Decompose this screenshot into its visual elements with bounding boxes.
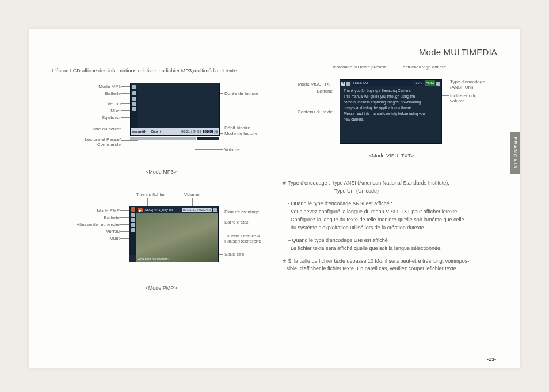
txt-line-1: This manual will guide you through using… <box>344 94 438 99</box>
language-tab: FRANÇAIS <box>510 132 520 174</box>
pmp-subtitle: Who bent my camera? <box>138 257 217 260</box>
label-pmp-batterie: Batterie <box>104 215 120 220</box>
mp3-time: 00:21 / 04:56 <box>181 130 201 133</box>
txt-line-5: new camera. <box>344 117 438 122</box>
label-verrou: Verrou <box>107 101 121 106</box>
eq-icon <box>132 107 136 111</box>
txt-diagram: Indication du texte présent actuelle/Pag… <box>282 64 501 162</box>
mp3-bitrate: 192K <box>203 130 213 133</box>
note1-prefix: ※ Type d'encodage : <box>282 180 330 186</box>
label-mode-lecture: Mode de lecture <box>224 131 257 136</box>
label-debit: Débit binaire <box>224 125 250 130</box>
txt-line-0: Thank you for buying a Samsung Camera. <box>344 88 438 94</box>
note1-l2: Type Uni (Unicode) <box>334 188 379 194</box>
pmp-mode-icon <box>131 207 135 212</box>
label-txt-contenu: Contenu du texte <box>298 109 333 114</box>
label-lecture-pause: Lecture et Pause/ Commande <box>85 137 121 147</box>
txt-battery-icon <box>346 82 350 86</box>
pmp-vol-icon <box>213 208 217 212</box>
label-txt-mode: Mode VISU. TXT <box>298 82 333 87</box>
battery-icon <box>132 91 136 95</box>
uni-l1: Le fichier texte sera affiché quelle que… <box>291 245 442 251</box>
txt-title: TEST.TXT <box>352 80 413 86</box>
label-pmp-verrou: Verrou <box>106 229 120 234</box>
label-pmp-barre: Barre d'état <box>224 220 248 225</box>
pmp-file: [SDC]-V41_boy-mi <box>144 208 173 212</box>
txt-caption: <Mode VISU. TXT> <box>282 153 501 159</box>
pmp-time: 00:01:19 / 00:24:2 <box>182 208 212 212</box>
pmp-diagram: Titre du fichier Volume Mode PMP Batteri… <box>52 192 270 284</box>
label-txt-indicateur: Indicateur du volume <box>450 93 476 103</box>
label-mode-mp3: Mode MP3 <box>98 84 121 89</box>
pmp-frame <box>136 213 218 262</box>
header-rule <box>52 59 497 59</box>
label-pmp-touche: Touche Lecture & Pause/Recherche <box>224 233 261 244</box>
mp3-caption: <Mode MP3> <box>52 169 270 175</box>
label-txt-batterie: Batterie <box>317 89 333 94</box>
txt-line-3: images and using the application softwar… <box>344 105 438 111</box>
pmp-caption: <Mode PMP> <box>52 285 270 291</box>
body-text: ※ Type d'encodage : type ANSI (American … <box>282 179 501 278</box>
mute-icon <box>132 102 136 106</box>
txt-page: 1 / 2 <box>414 80 424 86</box>
intro-text: L'écran LCD affiche des informations rel… <box>52 68 238 74</box>
txt-line-4: Please read this manual carefully before… <box>344 111 438 117</box>
ansi-l3: du système d'exploitation utilisé lors d… <box>291 225 425 230</box>
label-txt-actuelle: actuelle/Page entière <box>403 64 446 70</box>
label-pmp-mode: Mode PMP <box>97 208 120 213</box>
txt-line-2: camera, includin capturing images, downl… <box>344 99 438 105</box>
label-pmp-titre: Titre du fichier <box>136 192 165 197</box>
pmp-play-icon: ▶ <box>138 208 143 212</box>
pmp-speed-icon <box>131 218 135 222</box>
label-pmp-vitesse: Vitesse de recherche <box>77 222 120 227</box>
txt-screen: T TEST.TXT 1 / 2 ANSI Thank you for buyi… <box>340 79 442 144</box>
note1-l1: type ANSI (American National Standards I… <box>333 180 449 186</box>
label-titre: Titre du fichier <box>92 126 121 132</box>
mp3-screen: ♪ erosmith - I Don_t 00:21 / 04:56 192K <box>130 83 220 136</box>
label-duree: Durée de lecture <box>224 91 258 96</box>
repeat-icon: ⟲ <box>214 130 218 134</box>
label-pmp-plan: Plan de montage <box>224 209 260 214</box>
label-volume: Volume <box>224 147 240 152</box>
lock-icon <box>132 97 136 101</box>
note2-l1: ※ Si la taille de fichier texte dépasse … <box>282 258 469 264</box>
txt-mode-icon: T <box>341 82 345 86</box>
page-title: Mode MULTIMEDIA <box>419 47 497 57</box>
label-egaliseur: Égaliseur <box>102 115 121 120</box>
ansi-l1: Vous devez configuré la langue du menu V… <box>291 209 459 214</box>
label-batterie: Batterie <box>105 91 121 96</box>
pmp-lock-icon <box>131 223 135 227</box>
label-muet: Muet <box>110 108 121 113</box>
uni-title: – Quand le type d'encodage UNI est affic… <box>288 237 391 243</box>
txt-enc: ANSI <box>425 80 435 86</box>
note2-l2: sible, d'afficher le fichier texte. En p… <box>287 266 458 271</box>
label-txt-indication: Indication du texte présent <box>333 64 387 70</box>
pmp-screen: ▶ [SDC]-V41_boy-mi 00:01:19 / 00:24:2 Wh… <box>129 206 219 262</box>
txt-vol-icon <box>436 82 440 86</box>
ansi-l2: Configurez la langue du texte de telle m… <box>291 217 464 222</box>
label-pmp-volume: Volume <box>184 192 200 197</box>
label-txt-type: Type d'encodage (ANSI, Uni) <box>450 79 485 90</box>
label-pmp-muet: Muet <box>109 236 120 241</box>
pmp-battery-icon <box>131 213 135 217</box>
mp3-diagram: Mode MP3 Batterie Verrou Muet Égaliseur … <box>52 79 270 166</box>
page-number: -13- <box>487 356 496 362</box>
label-pmp-soustitre: Sous-titre <box>224 252 244 257</box>
pmp-mute-icon <box>131 228 135 232</box>
mp3-title: erosmith - I Don_t <box>132 130 161 133</box>
ansi-title: - Quand le type d'encodage ANSI est affi… <box>288 201 392 206</box>
music-icon: ♪ <box>132 85 136 89</box>
